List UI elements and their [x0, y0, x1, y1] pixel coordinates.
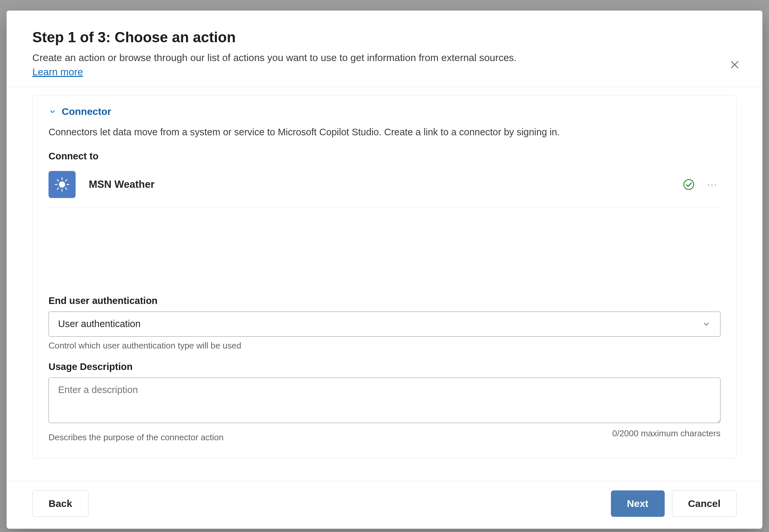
- close-button[interactable]: [727, 57, 743, 73]
- wizard-modal: Step 1 of 3: Choose an action Create an …: [7, 11, 762, 529]
- modal-header: Step 1 of 3: Choose an action Create an …: [7, 11, 762, 87]
- next-button[interactable]: Next: [611, 490, 665, 517]
- chevron-down-icon: [702, 319, 711, 329]
- svg-line-8: [65, 180, 67, 181]
- svg-point-9: [684, 180, 694, 189]
- auth-field: End user authentication User authenticat…: [49, 295, 720, 351]
- svg-point-0: [59, 181, 65, 187]
- connector-card: Connector Connectors let data move from …: [32, 95, 737, 459]
- connector-name: MSN Weather: [89, 179, 683, 190]
- modal-body: Connector Connectors let data move from …: [7, 87, 762, 481]
- connector-section-toggle[interactable]: Connector: [49, 106, 720, 117]
- svg-line-7: [57, 188, 58, 189]
- connect-to-label: Connect to: [49, 151, 720, 162]
- usage-desc-helper: Describes the purpose of the connector a…: [49, 432, 223, 443]
- more-horizontal-icon: ···: [707, 180, 718, 189]
- modal-title: Step 1 of 3: Choose an action: [32, 29, 737, 46]
- chevron-down-icon: [49, 108, 56, 116]
- more-options-button[interactable]: ···: [705, 177, 720, 192]
- weather-sun-icon: [54, 176, 70, 193]
- svg-line-6: [65, 188, 67, 189]
- usage-desc-input[interactable]: [49, 378, 720, 423]
- cancel-button[interactable]: Cancel: [672, 490, 737, 517]
- auth-select-value: User authentication: [58, 318, 141, 329]
- modal-subtitle: Create an action or browse through our l…: [32, 50, 737, 65]
- auth-label: End user authentication: [49, 295, 720, 306]
- usage-desc-charcount: 0/2000 maximum characters: [612, 428, 720, 443]
- close-icon: [729, 59, 740, 70]
- usage-desc-field: Usage Description Describes the purpose …: [49, 361, 720, 443]
- svg-line-5: [57, 180, 58, 181]
- connector-description: Connectors let data move from a system o…: [49, 125, 720, 140]
- back-button[interactable]: Back: [32, 490, 88, 517]
- connector-item: MSN Weather ···: [49, 167, 720, 208]
- status-success-icon: [683, 179, 695, 190]
- auth-helper: Control which user authentication type w…: [49, 341, 720, 351]
- modal-footer: Back Next Cancel: [7, 481, 762, 529]
- connector-section-title: Connector: [62, 106, 111, 117]
- usage-desc-label: Usage Description: [49, 361, 720, 372]
- auth-select[interactable]: User authentication: [49, 312, 720, 337]
- connector-logo: [49, 171, 76, 198]
- learn-more-link[interactable]: Learn more: [32, 66, 83, 78]
